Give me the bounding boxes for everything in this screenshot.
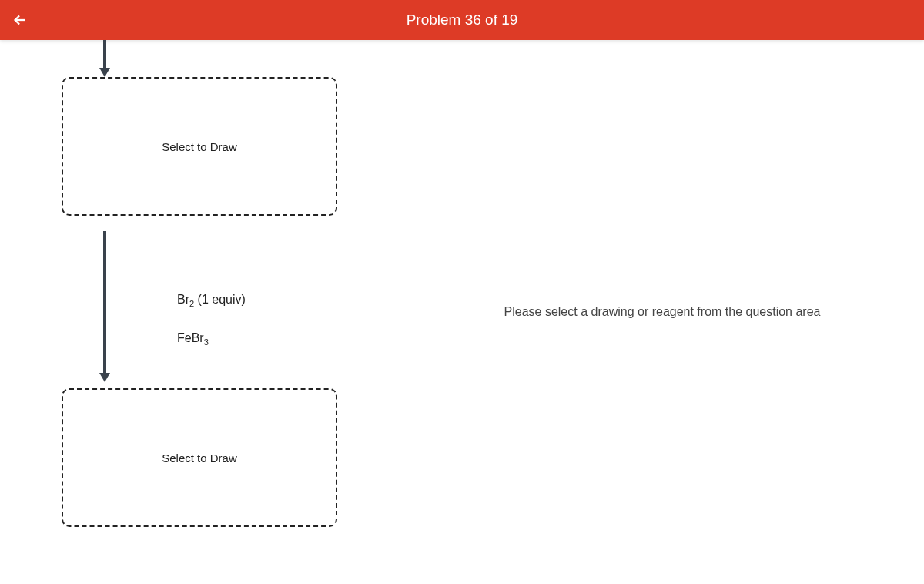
svg-marker-1 [99, 68, 110, 77]
reagent-1: Br2 (1 equiv) [177, 293, 246, 308]
question-panel: Select to Draw Br2 (1 equiv) FeBr3 [0, 40, 400, 584]
draw-box-2[interactable]: Select to Draw [62, 388, 337, 527]
arrow-left-icon [12, 12, 28, 29]
arrow-down-icon [62, 40, 139, 77]
reagent-1-suffix: (1 equiv) [194, 293, 246, 306]
content-area: Select to Draw Br2 (1 equiv) FeBr3 [0, 40, 924, 584]
reagent-2-prefix: FeBr [177, 331, 204, 344]
app-header: Problem 36 of 19 [0, 0, 924, 40]
page-title: Problem 36 of 19 [0, 12, 924, 29]
editor-panel: Please select a drawing or reagent from … [400, 40, 924, 584]
reagent-block[interactable]: Br2 (1 equiv) FeBr3 [177, 293, 246, 370]
arrow-down-icon [62, 216, 139, 388]
arrow-1 [62, 40, 377, 77]
reagent-2-sub: 3 [204, 337, 209, 347]
svg-marker-3 [99, 373, 110, 382]
editor-placeholder-message: Please select a drawing or reagent from … [504, 305, 821, 319]
back-button[interactable] [9, 9, 31, 31]
draw-box-1[interactable]: Select to Draw [62, 77, 337, 216]
reagent-1-prefix: Br [177, 293, 189, 306]
draw-box-1-label: Select to Draw [162, 140, 237, 153]
arrow-2 [62, 216, 139, 388]
reagent-2: FeBr3 [177, 331, 246, 347]
draw-box-2-label: Select to Draw [162, 451, 237, 465]
